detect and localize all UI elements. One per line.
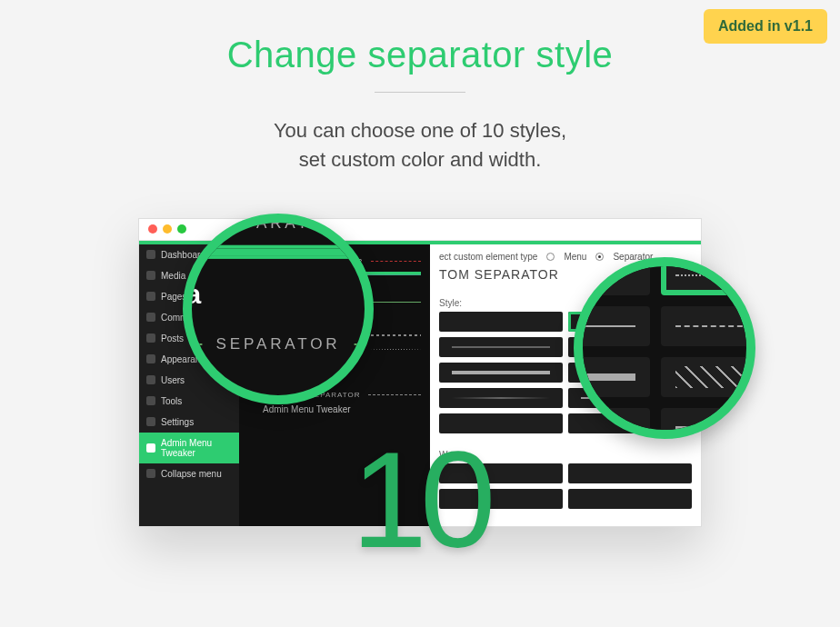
sidebar-item-tools[interactable]: Tools xyxy=(139,391,239,412)
style-swatch-fade[interactable] xyxy=(439,388,563,408)
wrench-icon xyxy=(146,396,155,405)
file-icon xyxy=(146,292,155,301)
gauge-icon xyxy=(146,250,155,259)
sliders-icon xyxy=(146,443,155,453)
sidebar-item-settings[interactable]: Settings xyxy=(139,412,239,433)
width-swatch[interactable] xyxy=(568,463,692,483)
preview-subitem[interactable]: Admin Menu Tweaker xyxy=(248,404,421,414)
minimize-dot-icon xyxy=(163,224,172,234)
chat-icon xyxy=(146,313,155,322)
radio-separator[interactable] xyxy=(595,253,604,261)
magnifier-lens-right xyxy=(574,257,755,439)
close-dot-icon xyxy=(148,224,157,234)
radio-menu-label: Menu xyxy=(564,252,586,262)
lens-item-media: Media xyxy=(183,273,374,317)
sidebar-item-admin-menu-tweaker[interactable]: Admin Menu Tweaker xyxy=(139,433,239,463)
user-icon xyxy=(146,375,155,384)
style-swatch-plain[interactable] xyxy=(439,312,563,332)
element-type-label: ect custom element type xyxy=(439,252,537,262)
radio-menu[interactable] xyxy=(546,253,555,261)
chevron-left-icon xyxy=(146,469,155,478)
magnifier-lens-left: board SEPARATOR Media SEPARATOR Pages SE… xyxy=(183,214,374,404)
width-swatch[interactable] xyxy=(568,489,692,509)
brush-icon xyxy=(146,354,155,363)
screenshot-window: Dashboard Media Pages Comments Posts App… xyxy=(138,218,702,527)
sidebar-item-collapse[interactable]: Collapse menu xyxy=(139,463,239,484)
title-divider xyxy=(375,92,465,93)
gear-icon xyxy=(146,417,155,426)
page-subtitle: You can choose one of 10 styles, set cus… xyxy=(165,116,675,174)
style-swatch-thick[interactable] xyxy=(439,363,563,383)
version-badge: Added in v1.1 xyxy=(704,9,827,44)
style-swatch-thin[interactable] xyxy=(439,337,563,357)
styles-count-graphic: 10 xyxy=(352,432,489,568)
pin-icon xyxy=(146,333,155,343)
zoom-dot-icon xyxy=(177,224,186,234)
image-icon xyxy=(146,271,155,280)
